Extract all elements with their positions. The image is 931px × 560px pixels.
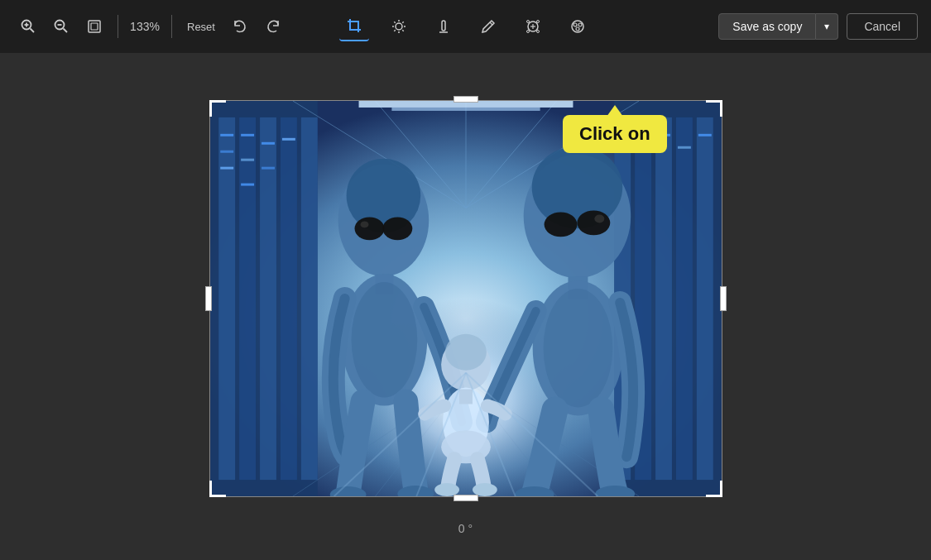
svg-rect-35 xyxy=(239,117,256,479)
svg-point-86 xyxy=(594,214,604,223)
crop-handle-top-left[interactable] xyxy=(209,100,226,117)
color-tool-button[interactable] xyxy=(429,12,458,41)
svg-point-83 xyxy=(531,146,622,228)
zoom-out-button[interactable] xyxy=(46,12,76,41)
svg-point-89 xyxy=(543,289,612,407)
svg-line-5 xyxy=(64,29,68,33)
svg-rect-52 xyxy=(675,117,692,479)
svg-point-73 xyxy=(346,158,420,232)
svg-rect-47 xyxy=(281,137,295,140)
svg-line-1 xyxy=(31,29,35,33)
svg-point-25 xyxy=(536,21,539,23)
spot-fix-button[interactable] xyxy=(518,12,548,41)
svg-rect-36 xyxy=(260,117,276,479)
rotation-indicator: 0 ° xyxy=(458,522,473,535)
svg-rect-51 xyxy=(655,117,672,479)
zoom-in-button[interactable] xyxy=(13,12,43,41)
undo-button[interactable] xyxy=(225,12,255,41)
crop-handle-top-right[interactable] xyxy=(706,100,722,117)
svg-rect-45 xyxy=(262,141,275,144)
toolbar-center xyxy=(339,12,593,41)
svg-rect-7 xyxy=(89,21,100,32)
crop-handle-top-center[interactable] xyxy=(454,96,478,103)
svg-rect-59 xyxy=(698,133,711,136)
crop-handle-middle-right[interactable] xyxy=(720,286,727,311)
svg-point-27 xyxy=(536,31,539,33)
svg-point-93 xyxy=(445,333,487,370)
cancel-button[interactable]: Cancel xyxy=(847,13,918,40)
zoom-level-display: 133% xyxy=(127,20,163,33)
redo-button[interactable] xyxy=(258,12,288,41)
save-as-copy-button[interactable]: Save as copy xyxy=(718,13,816,40)
svg-rect-41 xyxy=(220,166,233,169)
crop-handle-bottom-right[interactable] xyxy=(706,481,722,497)
edited-image[interactable] xyxy=(209,100,722,497)
canvas-area: Click on 0 ° xyxy=(0,53,931,560)
toolbar-divider-1 xyxy=(118,15,118,38)
svg-line-16 xyxy=(402,22,403,22)
svg-point-29 xyxy=(573,23,577,26)
svg-point-26 xyxy=(526,31,529,33)
svg-rect-34 xyxy=(218,117,235,479)
svg-point-30 xyxy=(578,23,582,26)
svg-rect-58 xyxy=(677,146,690,148)
svg-rect-40 xyxy=(220,150,233,152)
svg-point-74 xyxy=(354,217,384,240)
svg-rect-39 xyxy=(220,133,233,136)
svg-point-79 xyxy=(351,282,417,397)
svg-line-20 xyxy=(490,22,492,25)
crop-handle-middle-left[interactable] xyxy=(205,286,212,311)
svg-rect-44 xyxy=(241,183,254,185)
svg-rect-37 xyxy=(280,117,296,479)
svg-line-14 xyxy=(394,22,395,22)
crop-tool-button[interactable] xyxy=(339,12,369,41)
svg-point-76 xyxy=(360,221,368,227)
toolbar-right: Save as copy ▾ Cancel xyxy=(718,13,918,40)
svg-rect-43 xyxy=(241,158,254,160)
toolbar: 133% Reset xyxy=(0,0,931,53)
crop-handle-bottom-left[interactable] xyxy=(209,481,226,497)
svg-line-15 xyxy=(402,30,403,31)
toolbar-divider-2 xyxy=(171,15,172,38)
svg-line-17 xyxy=(394,30,395,31)
filter-button[interactable] xyxy=(563,12,593,41)
svg-point-31 xyxy=(576,27,579,31)
svg-rect-46 xyxy=(262,166,275,169)
image-container xyxy=(209,100,722,497)
svg-rect-70 xyxy=(391,107,540,110)
markup-tool-button[interactable] xyxy=(473,12,503,41)
save-button-group: Save as copy ▾ xyxy=(718,13,838,40)
svg-point-75 xyxy=(382,217,412,240)
svg-point-84 xyxy=(544,212,577,237)
svg-point-24 xyxy=(526,21,529,23)
brightness-tool-button[interactable] xyxy=(384,12,414,41)
svg-rect-8 xyxy=(91,23,98,30)
svg-rect-53 xyxy=(696,117,713,479)
svg-point-85 xyxy=(577,210,610,235)
svg-point-9 xyxy=(396,23,402,30)
svg-rect-42 xyxy=(241,133,254,136)
save-dropdown-button[interactable]: ▾ xyxy=(816,13,838,40)
crop-handle-bottom-center[interactable] xyxy=(454,495,478,501)
svg-rect-95 xyxy=(459,389,473,404)
fit-frame-button[interactable] xyxy=(79,12,109,41)
reset-button[interactable]: Reset xyxy=(180,12,222,41)
svg-rect-18 xyxy=(442,21,445,31)
click-on-tooltip: Click on xyxy=(563,115,667,153)
